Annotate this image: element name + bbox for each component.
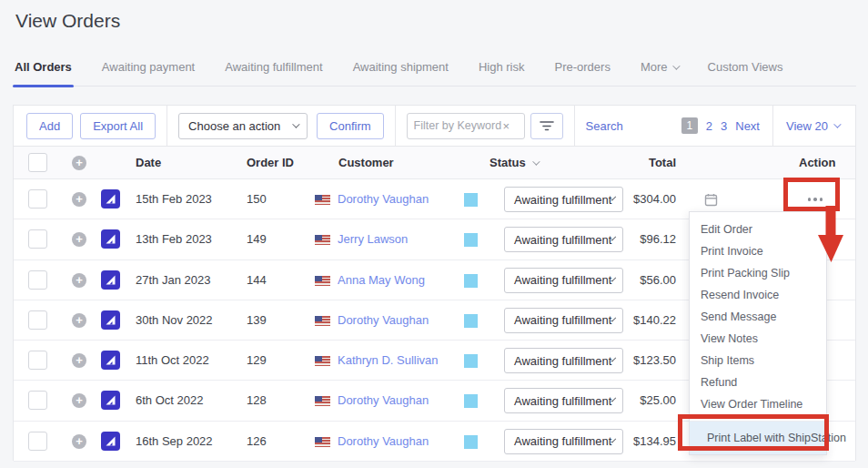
status-color-swatch	[464, 354, 478, 368]
order-id: 139	[247, 300, 267, 341]
toolbar-divider	[574, 106, 575, 147]
order-total: $96.12	[578, 219, 676, 259]
order-total: $134.95	[578, 422, 676, 462]
tab[interactable]: Awaiting payment	[102, 60, 195, 86]
order-id: 129	[247, 341, 267, 381]
tab[interactable]: Pre-orders	[555, 60, 611, 86]
row-checkbox[interactable]	[28, 310, 47, 330]
customer-link[interactable]: Jerry Lawson	[338, 219, 408, 259]
pagination: 1 23 Next	[681, 117, 760, 134]
order-id: 126	[247, 422, 267, 462]
filter-keyword-input[interactable]	[414, 119, 501, 132]
row-checkbox[interactable]	[28, 229, 47, 249]
menu-item[interactable]: Send Message	[690, 306, 826, 328]
menu-item[interactable]: Ship Items	[690, 350, 826, 371]
filter-input-box: ×	[407, 113, 525, 139]
calendar-icon[interactable]	[704, 193, 718, 210]
status-color-swatch	[464, 193, 478, 207]
expand-row-icon[interactable]: +	[72, 273, 86, 288]
tab[interactable]: Awaiting shipment	[353, 60, 449, 86]
status-color-swatch	[464, 233, 478, 247]
order-total: $304.00	[578, 179, 676, 219]
pagination-current-page: 1	[681, 117, 698, 134]
order-id: 149	[247, 219, 267, 259]
filter-group: ×	[407, 113, 563, 139]
filter-icon	[540, 120, 554, 131]
order-total: $25.00	[578, 381, 676, 421]
customer-link[interactable]: Kathryn D. Sullivan	[338, 341, 439, 381]
pagination-next-link[interactable]: Next	[735, 119, 760, 133]
expand-row-icon[interactable]: +	[72, 353, 86, 368]
tab[interactable]: Custom Views	[708, 60, 783, 86]
order-date: 11th Oct 2022	[136, 341, 209, 381]
customer-link[interactable]: Dorothy Vaughan	[338, 422, 429, 462]
sales-channel-icon	[101, 189, 120, 209]
status-color-swatch	[464, 314, 478, 328]
add-button[interactable]: Add	[26, 113, 73, 139]
select-all-checkbox[interactable]	[28, 153, 47, 172]
sales-channel-icon	[101, 391, 120, 410]
tab[interactable]: More	[641, 60, 678, 86]
column-header-action: Action	[799, 147, 835, 179]
order-date: 16th Sep 2022	[136, 422, 213, 462]
toolbar-divider	[772, 106, 773, 147]
column-header-status[interactable]: Status	[490, 147, 538, 179]
menu-item[interactable]: Refund	[690, 371, 826, 393]
menu-item[interactable]: Resend Invoice	[690, 284, 826, 306]
expand-row-icon[interactable]: +	[72, 434, 86, 449]
tab-label: More	[641, 60, 668, 74]
customer-link[interactable]: Dorothy Vaughan	[338, 381, 429, 421]
pagination-page-link[interactable]: 2	[706, 119, 712, 133]
expand-row-icon[interactable]: +	[72, 192, 86, 207]
tab-label: Custom Views	[708, 60, 783, 74]
customer-link[interactable]: Anna May Wong	[338, 260, 425, 300]
row-checkbox[interactable]	[28, 432, 47, 451]
column-header-date[interactable]: Date	[136, 147, 161, 179]
customer-link[interactable]: Dorothy Vaughan	[338, 300, 429, 341]
pagination-page-link[interactable]: 3	[721, 119, 727, 133]
column-header-order-id[interactable]: Order ID	[247, 147, 294, 179]
row-checkbox[interactable]	[28, 351, 47, 370]
search-link[interactable]: Search	[586, 119, 623, 133]
status-color-swatch	[464, 394, 478, 408]
tab[interactable]: All Orders	[15, 60, 72, 86]
expand-row-icon[interactable]: +	[72, 232, 86, 247]
confirm-button[interactable]: Confirm	[317, 113, 384, 139]
status-color-swatch	[464, 435, 478, 449]
us-flag-icon	[315, 437, 330, 447]
order-total: $56.00	[578, 260, 676, 300]
sales-channel-icon	[101, 270, 120, 290]
order-date: 15th Feb 2023	[136, 179, 212, 219]
customer-link[interactable]: Dorothy Vaughan	[338, 179, 429, 219]
bulk-action-select[interactable]: Choose an action	[178, 113, 308, 139]
page-size-select[interactable]: View 20	[786, 119, 839, 133]
page-size-value: View 20	[786, 119, 828, 133]
tab-label: Pre-orders	[555, 60, 611, 74]
order-date: 6th Oct 2022	[136, 381, 203, 421]
order-date: 27th Jan 2023	[136, 260, 210, 300]
clear-filter-icon[interactable]: ×	[503, 119, 510, 133]
expand-row-icon[interactable]: +	[72, 313, 86, 328]
sales-channel-icon	[101, 432, 120, 451]
us-flag-icon	[315, 316, 330, 326]
order-date: 30th Nov 2022	[136, 300, 213, 341]
column-header-total[interactable]: Total	[578, 147, 676, 179]
tab[interactable]: High risk	[479, 60, 525, 86]
pagination-pages: 23	[706, 119, 727, 133]
row-checkbox[interactable]	[28, 270, 47, 290]
toolbar-divider	[395, 106, 396, 147]
row-checkbox[interactable]	[28, 391, 47, 410]
sales-channel-icon	[101, 229, 120, 249]
menu-item[interactable]: View Order Timeline	[690, 393, 826, 415]
row-checkbox[interactable]	[28, 189, 47, 209]
bulk-action-value: Choose an action	[188, 119, 280, 133]
sales-channel-icon	[101, 310, 120, 330]
tab-label: Awaiting payment	[102, 60, 195, 74]
export-all-button[interactable]: Export All	[80, 113, 156, 139]
expand-row-icon[interactable]: +	[72, 393, 86, 408]
advanced-filter-button[interactable]	[530, 113, 563, 139]
tab[interactable]: Awaiting fulfillment	[225, 60, 322, 86]
menu-item[interactable]: View Notes	[690, 328, 826, 350]
column-header-customer[interactable]: Customer	[338, 147, 394, 179]
expand-all-icon[interactable]: +	[72, 156, 86, 170]
